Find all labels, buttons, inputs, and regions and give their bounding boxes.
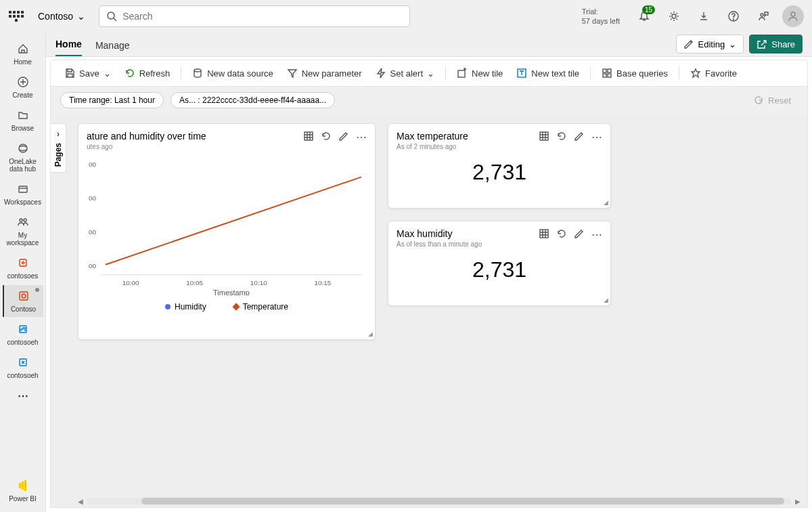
help-button[interactable] [723, 5, 744, 27]
nav-home[interactable]: Home [3, 38, 43, 70]
max-humidity-tile[interactable]: Max humidity As of less than a minute ag… [388, 221, 611, 306]
eventstream-icon [18, 257, 28, 268]
feedback-button[interactable] [752, 5, 774, 27]
nav-contoso[interactable]: Contoso [3, 285, 43, 317]
scroll-right-icon[interactable]: ▶ [795, 498, 800, 505]
kqldb-icon [18, 357, 28, 368]
chart-subtitle: utes ago [87, 143, 206, 150]
tile-refresh-button[interactable] [556, 131, 567, 144]
share-button[interactable]: Share [749, 35, 803, 54]
person-icon [788, 11, 798, 22]
time-range-pill[interactable]: Time range: Last 1 hour [60, 92, 164, 108]
line-chart: 00 00 00 00 10:00 10:05 10:10 10:15 Tim [85, 153, 368, 295]
explore-data-button[interactable] [303, 131, 314, 144]
tile-subtitle: As of 2 minutes ago [397, 143, 468, 150]
top-bar: Contoso ⌄ Trial: 57 days left 15 [0, 0, 812, 33]
chevron-right-icon: › [57, 129, 60, 139]
nav-contosoes[interactable]: contosoes [3, 252, 43, 284]
tile-subtitle: As of less than a minute ago [397, 240, 482, 248]
svg-text:10:10: 10:10 [250, 279, 267, 286]
refresh-icon [556, 131, 567, 142]
new-tile-button[interactable]: New tile [451, 65, 508, 81]
svg-point-0 [108, 12, 114, 19]
horizontal-scrollbar[interactable]: ◀ ▶ [78, 496, 800, 506]
favorite-button[interactable]: Favorite [685, 65, 742, 81]
scroll-left-icon[interactable]: ◀ [78, 498, 83, 505]
workspace-selector[interactable]: Contoso ⌄ [32, 8, 91, 24]
people-icon [18, 217, 28, 228]
tile-edit-button[interactable] [338, 131, 349, 144]
user-avatar[interactable] [782, 5, 804, 27]
editing-mode-button[interactable]: Editing ⌄ [676, 35, 744, 54]
refresh-icon [125, 68, 135, 79]
svg-rect-36 [540, 230, 548, 238]
set-alert-button[interactable]: Set alert ⌄ [370, 65, 440, 81]
chevron-down-icon: ⌄ [104, 68, 111, 79]
pages-panel-toggle[interactable]: › Pages [51, 123, 66, 173]
svg-point-11 [24, 219, 26, 221]
nav-more[interactable]: ⋯ [3, 385, 43, 406]
nav-contosoeh-1[interactable]: contosoeh [3, 318, 43, 350]
new-text-tile-button[interactable]: New text tile [511, 65, 585, 81]
gear-icon [669, 11, 679, 22]
nav-powerbi[interactable]: Power BI [3, 475, 43, 507]
notifications-button[interactable]: 15 [633, 5, 655, 27]
svg-text:00: 00 [89, 262, 97, 270]
base-queries-button[interactable]: Base queries [596, 65, 673, 81]
asset-filter-pill[interactable]: As... : 2222cccc-33dd-eeee-ff44-aaaaa... [171, 92, 335, 108]
workspaces-icon [18, 184, 28, 194]
chart-tile[interactable]: ature and humidity over time utes ago ⋯ … [78, 123, 376, 340]
resize-handle-icon[interactable]: ◢ [604, 199, 608, 206]
tile-title: Max humidity [397, 228, 482, 239]
dashboard-icon [18, 291, 29, 301]
toolbar: Save ⌄ Refresh New data source New param… [50, 60, 808, 87]
svg-text:Timestamp: Timestamp [213, 289, 250, 296]
nav-workspaces[interactable]: Workspaces [3, 178, 43, 210]
max-temperature-value: 2,731 [388, 153, 610, 205]
notification-badge: 15 [642, 5, 655, 14]
search-box[interactable] [99, 5, 410, 27]
search-input[interactable] [122, 11, 403, 22]
save-button[interactable]: Save ⌄ [59, 65, 116, 81]
explore-data-button[interactable] [539, 228, 549, 242]
tile-more-button[interactable]: ⋯ [356, 131, 367, 144]
ellipsis-icon: ⋯ [591, 229, 602, 240]
ellipsis-icon: ⋯ [16, 389, 30, 402]
nav-contosoeh-2[interactable]: contosoeh [3, 351, 43, 383]
svg-rect-22 [603, 74, 606, 77]
tile-edit-button[interactable] [574, 228, 585, 242]
explore-data-button[interactable] [539, 131, 549, 144]
scrollbar-thumb[interactable] [141, 498, 784, 505]
workspace-name: Contoso [38, 11, 73, 22]
resize-handle-icon[interactable]: ◢ [368, 330, 373, 337]
tile-more-button[interactable]: ⋯ [591, 131, 602, 144]
svg-text:00: 00 [89, 228, 97, 236]
reset-button[interactable]: Reset [753, 95, 798, 106]
download-button[interactable] [693, 5, 715, 27]
refresh-button[interactable]: Refresh [119, 65, 176, 81]
filter-icon [287, 68, 298, 79]
nav-onelake[interactable]: OneLake data hub [3, 137, 43, 177]
max-temperature-tile[interactable]: Max temperature As of 2 minutes ago ⋯ 2,… [388, 123, 611, 209]
svg-line-1 [114, 18, 116, 21]
tile-more-button[interactable]: ⋯ [591, 228, 602, 242]
tile-edit-button[interactable] [574, 131, 585, 144]
folder-icon [18, 110, 28, 121]
chart-title: ature and humidity over time [87, 131, 206, 142]
tile-title: Max temperature [397, 131, 468, 142]
pencil-icon [338, 131, 349, 142]
new-data-source-button[interactable]: New data source [187, 65, 279, 81]
tab-home[interactable]: Home [55, 33, 82, 56]
nav-browse[interactable]: Browse [3, 104, 43, 136]
app-launcher-icon[interactable] [8, 8, 24, 24]
nav-my-workspace[interactable]: My workspace [3, 211, 43, 251]
new-parameter-button[interactable]: New parameter [281, 65, 367, 81]
svg-point-17 [194, 69, 201, 72]
tab-manage[interactable]: Manage [95, 35, 130, 56]
nav-create[interactable]: Create [3, 71, 43, 103]
settings-button[interactable] [663, 5, 685, 27]
resize-handle-icon[interactable]: ◢ [604, 297, 608, 303]
tile-refresh-button[interactable] [321, 131, 332, 144]
tile-refresh-button[interactable] [556, 228, 567, 242]
scrollbar-track[interactable] [87, 498, 791, 505]
